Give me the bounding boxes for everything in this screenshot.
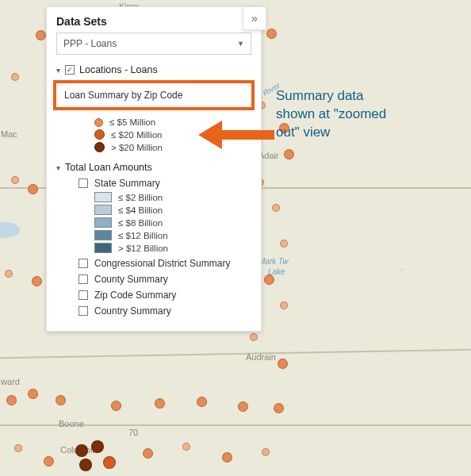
map-point[interactable]: [11, 73, 19, 81]
highlight-loan-summary-zip[interactable]: Loan Summary by Zip Code: [53, 80, 255, 110]
map-point[interactable]: [222, 452, 232, 463]
map-point[interactable]: [250, 333, 258, 341]
legend-swatch-icon: [94, 118, 103, 127]
map-point[interactable]: [14, 444, 22, 452]
legend-state-summary: ≤ $2 Billion≤ $4 Billion≤ $8 Billion≤ $1…: [94, 192, 251, 253]
water-label: Mark Tw: [258, 257, 289, 266]
map-point[interactable]: [111, 401, 121, 411]
legend-label: ≤ $2 Billion: [118, 193, 163, 202]
legend-swatch-icon: [94, 192, 112, 202]
chevron-down-icon: ▾: [56, 163, 60, 172]
checkbox-state-summary[interactable]: [78, 178, 88, 188]
chevron-right-icon: »: [251, 12, 258, 25]
legend-label: > $12 Billion: [118, 244, 168, 253]
checkbox[interactable]: [78, 290, 88, 300]
callout-text: Summary datashown at "zoomedout" view: [276, 87, 386, 142]
section-locations-loans[interactable]: ▾ Locations - Loans: [56, 64, 251, 75]
map-point[interactable]: [266, 29, 277, 39]
legend-label: > $20 Million: [111, 143, 163, 152]
map-point[interactable]: [32, 276, 42, 286]
map-point[interactable]: [28, 184, 38, 194]
legend-swatch-icon: [94, 205, 112, 215]
layers-panel: Data Sets PPP - Loans ▼ ▾ Locations - Lo…: [46, 6, 262, 332]
place-label: Mac: [1, 129, 17, 139]
place-label: Boone: [59, 419, 84, 428]
legend-row: ≤ $12 Billion: [94, 230, 251, 240]
legend-label: ≤ $20 Million: [111, 130, 162, 140]
legend-label: ≤ $5 Million: [109, 117, 155, 127]
checkbox-locations[interactable]: [65, 65, 75, 75]
map-point[interactable]: [36, 30, 46, 40]
callout-arrow-icon: [198, 121, 274, 146]
layer-zip-code-summary[interactable]: Zip Code Summary: [78, 290, 251, 301]
layer-state-summary[interactable]: State Summary: [78, 178, 251, 189]
map-point[interactable]: [272, 204, 280, 212]
layer-label: County Summary: [94, 274, 168, 285]
legend-swatch-icon: [94, 129, 105, 140]
map-point[interactable]: [182, 443, 190, 451]
checkbox[interactable]: [78, 306, 88, 316]
place-label: 70: [128, 428, 138, 437]
legend-swatch-icon: [94, 142, 105, 152]
map-point[interactable]: [197, 397, 207, 407]
legend-row: ≤ $4 Billion: [94, 205, 251, 215]
caret-down-icon: ▼: [237, 40, 244, 48]
dataset-dropdown[interactable]: PPP - Loans ▼: [56, 33, 251, 55]
panel-title: Data Sets: [56, 15, 251, 28]
dropdown-value: PPP - Loans: [63, 38, 117, 49]
section-label: Total Loan Amounts: [65, 162, 152, 173]
map-point[interactable]: [11, 176, 19, 184]
place-label: Audrain: [246, 352, 276, 362]
legend-label: ≤ $12 Billion: [118, 231, 168, 240]
map-point[interactable]: [262, 448, 270, 456]
map-point[interactable]: [6, 395, 17, 405]
layer-county-summary[interactable]: County Summary: [78, 274, 251, 285]
layer-label: Country Summary: [94, 305, 171, 317]
map-point[interactable]: [91, 440, 104, 453]
map-point[interactable]: [56, 395, 66, 405]
map-point[interactable]: [278, 359, 288, 369]
map-point[interactable]: [280, 301, 288, 309]
map-point[interactable]: [274, 403, 284, 413]
checkbox[interactable]: [78, 259, 88, 268]
legend-label: ≤ $8 Billion: [118, 218, 163, 228]
map-point[interactable]: [103, 456, 116, 469]
checkbox[interactable]: [78, 274, 88, 284]
legend-row: > $12 Billion: [94, 243, 251, 253]
map-point[interactable]: [75, 444, 88, 457]
chevron-down-icon: ▾: [56, 66, 60, 75]
legend-row: ≤ $2 Billion: [94, 192, 251, 202]
map-point[interactable]: [155, 398, 165, 409]
map-point[interactable]: [264, 274, 274, 285]
layer-label: Zip Code Summary: [94, 290, 176, 301]
place-label: ward: [1, 377, 20, 386]
map-point[interactable]: [238, 401, 248, 412]
map-point[interactable]: [284, 149, 294, 159]
layer-label: Congressional District Summary: [94, 258, 230, 269]
legend-label: ≤ $4 Billion: [118, 205, 163, 215]
section-total-loan-amounts[interactable]: ▾ Total Loan Amounts: [56, 162, 251, 173]
map-point[interactable]: [280, 240, 288, 248]
legend-swatch-icon: [94, 230, 112, 240]
map-point[interactable]: [143, 448, 153, 459]
legend-swatch-icon: [94, 243, 112, 253]
collapse-panel-button[interactable]: »: [243, 6, 266, 30]
map-point[interactable]: [5, 270, 13, 278]
map-point[interactable]: [79, 459, 92, 471]
section-label: Locations - Loans: [79, 64, 158, 75]
legend-swatch-icon: [94, 217, 112, 228]
map-point[interactable]: [44, 456, 54, 466]
layer-congressional-district-summary[interactable]: Congressional District Summary: [78, 258, 251, 269]
map-point[interactable]: [28, 389, 38, 399]
layer-country-summary[interactable]: Country Summary: [78, 305, 251, 317]
legend-row: ≤ $8 Billion: [94, 217, 251, 228]
